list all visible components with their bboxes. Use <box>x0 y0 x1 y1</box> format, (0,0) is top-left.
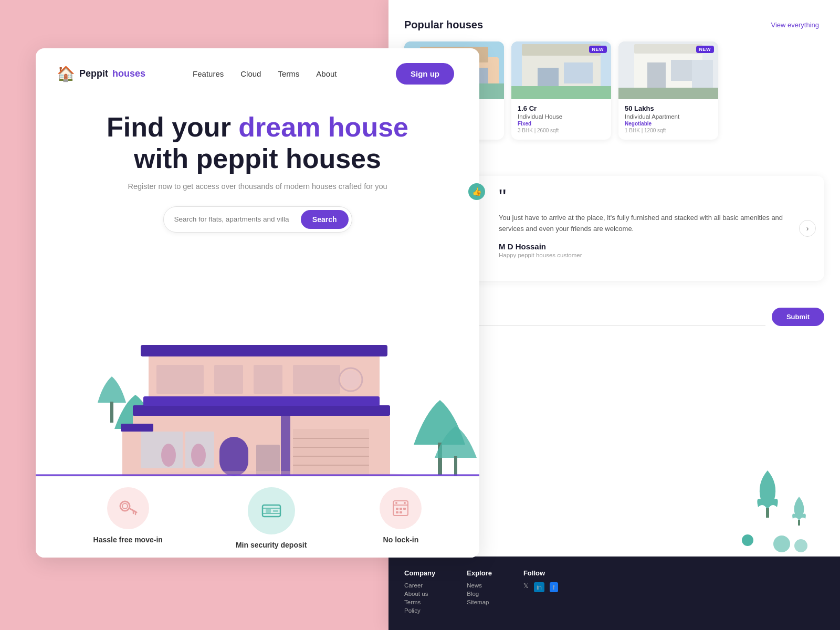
feature-label-1: Hassle free move-in <box>93 536 163 544</box>
view-everything-link[interactable]: View everything <box>771 21 819 29</box>
house-card-3[interactable]: NEW 50 Lakhs Individual Apartment <box>618 41 718 140</box>
search-input[interactable] <box>174 215 301 223</box>
logo[interactable]: 🏠 Peppit houses <box>57 65 145 82</box>
hero-subtitle: Register now to get access over thousand… <box>78 182 437 191</box>
nav-link-features[interactable]: Features <box>193 69 224 78</box>
feature-icon-1 <box>107 487 149 529</box>
svg-rect-50 <box>141 432 183 468</box>
footer-explore: Explore News Blog Sitemap <box>467 569 492 607</box>
house-card-3-type: Individual Apartment <box>625 113 712 120</box>
house-card-2-type: Individual House <box>518 113 605 120</box>
deco-tree-2 <box>790 497 808 528</box>
house-card-2-details: 3 BHK | 2600 sqft <box>518 128 605 133</box>
house-card-2[interactable]: NEW 1.6 Cr Individual House Fixed <box>511 41 611 140</box>
svg-rect-65 <box>266 509 271 513</box>
footer-company-heading: Company <box>404 569 435 577</box>
feature-item-1: Hassle free move-in <box>93 487 163 544</box>
svg-rect-75 <box>400 511 402 513</box>
footer: Company Career About us Terms Policy Exp… <box>388 556 840 630</box>
nav-link-about[interactable]: About <box>316 69 337 78</box>
features-strip: Hassle free move-in Min security deposit <box>36 476 479 558</box>
facebook-icon[interactable]: f <box>550 582 558 592</box>
newsletter-submit-button[interactable]: Submit <box>772 308 824 326</box>
svg-rect-48 <box>219 437 248 476</box>
logo-text-peppit: Peppit <box>79 68 108 79</box>
footer-link-news[interactable]: News <box>467 582 492 589</box>
footer-link-blog[interactable]: Blog <box>467 591 492 597</box>
nav-links: Features Cloud Terms About <box>193 69 337 79</box>
svg-rect-30 <box>141 345 387 356</box>
svg-rect-57 <box>454 456 457 476</box>
thumb-up-badge: 👍 <box>468 183 485 200</box>
svg-rect-52 <box>281 416 290 476</box>
house-card-2-tag: Fixed <box>518 121 605 127</box>
search-button[interactable]: Search <box>301 210 349 229</box>
linkedin-icon[interactable]: in <box>534 582 544 592</box>
hero-title-accent: dream house <box>238 112 408 142</box>
svg-rect-25 <box>798 520 800 526</box>
svg-rect-38 <box>133 405 390 416</box>
svg-rect-14 <box>634 44 702 54</box>
footer-link-about[interactable]: About us <box>404 591 435 597</box>
svg-point-53 <box>161 444 176 467</box>
nav-link-cloud[interactable]: Cloud <box>240 69 261 78</box>
footer-link-terms[interactable]: Terms <box>404 599 435 605</box>
signup-button[interactable]: Sign up <box>396 63 454 85</box>
house-card-2-price: 1.6 Cr <box>518 104 605 112</box>
twitter-icon[interactable]: 𝕏 <box>523 582 529 592</box>
house-illustration-svg <box>36 250 479 476</box>
svg-rect-18 <box>618 88 718 99</box>
svg-point-60 <box>122 503 128 509</box>
footer-social-links: 𝕏 in f <box>523 582 558 594</box>
svg-rect-73 <box>403 508 406 510</box>
deco-dot-1 <box>742 534 753 546</box>
footer-link-career[interactable]: Career <box>404 582 435 589</box>
svg-point-77 <box>404 502 406 504</box>
svg-rect-71 <box>396 508 398 510</box>
logo-house-icon: 🏠 <box>57 65 75 82</box>
house-card-2-info: 1.6 Cr Individual House Fixed 3 BHK | 26… <box>511 99 611 140</box>
svg-rect-34 <box>254 365 282 394</box>
footer-link-sitemap[interactable]: Sitemap <box>467 599 492 605</box>
house-card-3-tag: Negotiable <box>625 121 712 127</box>
footer-link-policy[interactable]: Policy <box>404 607 435 614</box>
hero-title-line1: Find your dream house <box>107 112 408 142</box>
popular-title: Popular houses <box>404 19 483 31</box>
svg-point-59 <box>120 501 130 511</box>
feature-item-2: Min security deposit <box>236 487 307 549</box>
hero-title-line2: with peppit houses <box>134 143 381 174</box>
testimonial-content: " You just have to arrive at the place, … <box>488 176 824 281</box>
search-bar: Search <box>163 206 352 233</box>
quote-mark: " <box>499 186 798 207</box>
svg-rect-10 <box>564 62 593 83</box>
svg-rect-39 <box>143 396 380 406</box>
testimonial-role: Happy peppit houses customer <box>499 252 798 258</box>
next-testimonial-button[interactable]: › <box>799 220 816 237</box>
feature-item-3: No lock-in <box>380 487 422 544</box>
svg-rect-24 <box>766 508 769 518</box>
svg-rect-74 <box>396 511 398 513</box>
svg-rect-72 <box>400 508 402 510</box>
svg-rect-16 <box>671 60 695 81</box>
decoration-tree-large <box>753 470 782 518</box>
money-icon <box>260 500 282 522</box>
house-illustration-container <box>36 250 479 476</box>
footer-follow-heading: Follow <box>523 569 558 577</box>
feature-icon-2 <box>248 487 295 534</box>
feature-label-2: Min security deposit <box>236 541 307 549</box>
svg-point-76 <box>395 502 397 504</box>
svg-point-37 <box>341 370 360 389</box>
house-card-3-price: 50 Lakhs <box>625 104 712 112</box>
nav-link-terms[interactable]: Terms <box>278 69 299 78</box>
hero-section: Find your dream house with peppit houses… <box>36 85 479 233</box>
svg-rect-35 <box>293 365 340 394</box>
house-card-3-info: 50 Lakhs Individual Apartment Negotiable… <box>618 99 718 140</box>
feature-label-3: No lock-in <box>383 536 419 544</box>
hero-title: Find your dream house with peppit houses <box>78 112 437 175</box>
svg-rect-66 <box>273 510 278 512</box>
popular-header: Popular houses View everything <box>404 19 819 31</box>
deco-dot-2 <box>773 536 790 552</box>
feature-icon-3 <box>380 487 422 529</box>
svg-rect-42 <box>121 424 153 432</box>
deco-dot-3 <box>794 539 807 552</box>
